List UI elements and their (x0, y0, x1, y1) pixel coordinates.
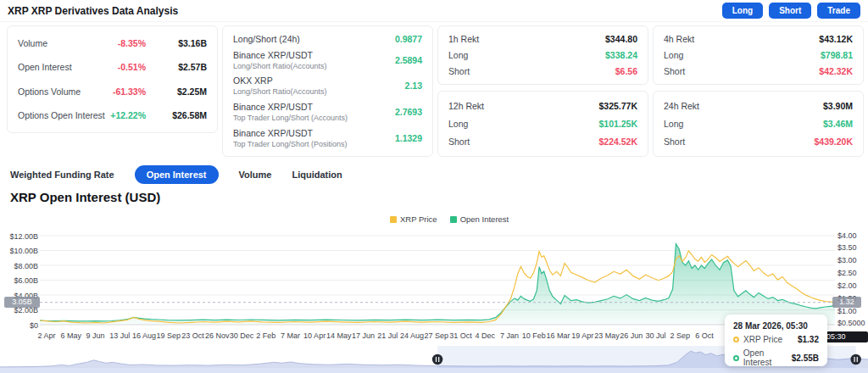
open-interest-dot-icon (733, 355, 739, 361)
rekt-title: 24h Rekt (664, 101, 699, 111)
stat-change: -61.33% (113, 86, 146, 97)
ratio-row-binance-xrp-usdt-top-trader-long-short-positions: Binance XRP/USDTTop Trader Long/Short (P… (233, 128, 422, 148)
stat-value: $26.58M (161, 110, 207, 120)
ratio-title: OKX XRP (233, 75, 405, 86)
stat-row-volume: Volume-8.35%$3.16B (18, 38, 207, 48)
y-right-tick-label: $2.00 (837, 281, 868, 290)
rekt-long-label: Long (448, 119, 468, 129)
stat-label: Options Open Interest (18, 110, 110, 120)
tooltip-series-name: XRP Price (743, 335, 782, 344)
rekt-card-12h: 12h Rekt$325.77KLong$101.25KShort$224.52… (437, 91, 648, 157)
chart-title: XRP Open Interest (USD) (10, 190, 160, 204)
rekt-card-1h: 1h Rekt$344.80Long$338.24Short$6.56 (437, 25, 648, 85)
header-actions: LongShortTrade (722, 3, 860, 19)
page-title: XRP XRP Derivatives Data Analysis (8, 5, 178, 17)
trade-button[interactable]: Trade (817, 3, 860, 19)
y-right-tick-label: $3.50 (837, 243, 868, 252)
ratio-title: Binance XRP/USDT (233, 128, 395, 138)
rekt-long-row: Long$798.81 (664, 50, 853, 60)
ratio-titles: Binance XRP/USDTTop Trader Long/Short (A… (233, 102, 395, 122)
ratio-value: 0.9877 (395, 34, 422, 44)
tooltip-series-name: Open Interest (743, 348, 792, 367)
stat-value: $3.16B (161, 38, 207, 48)
stat-row-options-volume: Options Volume-61.33%$2.25M (18, 86, 207, 97)
stat-change: +12.22% (110, 110, 146, 120)
tooltip-row-open-interest: Open Interest $2.55B (733, 348, 819, 367)
ratio-title: Binance XRP/USDT (233, 102, 395, 112)
legend-label: XRP Price (400, 214, 437, 224)
volume-stats-card: Volume-8.35%$3.16BOpen Interest-0.51%$2.… (7, 25, 218, 133)
stat-value: $2.57B (161, 62, 207, 72)
ratio-row-binance-xrp-usdt-long-short-ratio-accounts: Binance XRP/USDTLong/Short Ratio(Account… (233, 50, 422, 70)
y-right-tick-label: $2.50 (837, 269, 868, 277)
legend-item-xrp-price[interactable]: XRP Price (390, 214, 437, 224)
rekt-header-row: 12h Rekt$325.77K (448, 101, 637, 111)
navigator-handle[interactable] (432, 354, 442, 365)
tooltip-series-value: $2.55B (792, 354, 819, 363)
ratio-subtitle: Top Trader Long/Short (Accounts) (233, 114, 395, 122)
long-button[interactable]: Long (722, 3, 763, 19)
rekt-card-24h: 24h Rekt$3.90MLong$3.46MShort$439.20K (653, 91, 864, 157)
rekt-total-value: $344.80 (605, 34, 637, 44)
rekt-long-row: Long$101.25K (448, 119, 637, 129)
rekt-short-value: $6.56 (615, 66, 637, 76)
tab-open-interest[interactable]: Open Interest (135, 165, 219, 184)
rekt-long-value: $3.46M (823, 119, 853, 129)
tab-liquidation[interactable]: Liquidation (292, 170, 342, 180)
y-left-tick-label: $8.00B (2, 262, 38, 270)
rekt-title: 4h Rekt (664, 34, 694, 44)
rekt-long-label: Long (664, 50, 683, 60)
xrp-price-swatch-icon (390, 216, 397, 223)
stat-value: $2.25M (161, 86, 207, 97)
rekt-short-label: Short (448, 136, 470, 147)
chart-tabs: Weighted Funding RateOpen InterestVolume… (10, 165, 342, 184)
rekt-total-value: $325.77K (598, 101, 637, 111)
rekt-short-row: Short$224.52K (448, 136, 637, 147)
rekt-long-value: $798.81 (821, 50, 853, 60)
chart-legend: XRP Price Open Interest (390, 214, 509, 224)
y-right-tick-label: $1.00 (837, 307, 868, 315)
rekt-card-4h: 4h Rekt$43.12KLong$798.81Short$42.32K (653, 25, 864, 85)
stat-change: -0.51% (118, 62, 146, 72)
tab-weighted-funding-rate[interactable]: Weighted Funding Rate (10, 170, 114, 180)
stat-label: Volume (18, 38, 118, 48)
ratio-title: Long/Short (24h) (233, 34, 395, 44)
tooltip-date: 28 Mar 2026, 05:30 (733, 321, 819, 331)
tooltip-series-value: $1.32 (798, 335, 819, 344)
header-bar: XRP XRP Derivatives Data Analysis LongSh… (0, 0, 868, 22)
rekt-header-row: 1h Rekt$344.80 (448, 34, 637, 44)
y-right-tick-label: $3.00 (837, 256, 868, 264)
ratio-value: 2.13 (405, 81, 422, 91)
long-short-ratios-card: Long/Short (24h)0.9877Binance XRP/USDTLo… (222, 25, 433, 157)
rekt-long-row: Long$3.46M (664, 119, 853, 129)
rekt-short-value: $42.32K (819, 66, 853, 76)
y-right-tick-label: $4.00 (837, 231, 868, 240)
rekt-short-row: Short$6.56 (448, 66, 637, 76)
crosshair-right-value-badge: 1.32 (832, 297, 861, 308)
main-chart-plot[interactable] (40, 229, 835, 326)
ratio-row-long-short-24h: Long/Short (24h)0.9877 (233, 34, 422, 44)
rekt-title: 12h Rekt (448, 101, 484, 111)
rekt-short-row: Short$42.32K (664, 66, 853, 76)
derivatives-dashboard: XRP XRP Derivatives Data Analysis LongSh… (0, 0, 868, 373)
ratio-subtitle: Long/Short Ratio(Accounts) (233, 87, 405, 96)
legend-label: Open Interest (460, 214, 509, 224)
rekt-long-row: Long$338.24 (448, 50, 637, 60)
short-button[interactable]: Short (769, 3, 811, 19)
rekt-long-label: Long (664, 119, 683, 129)
rekt-title: 1h Rekt (448, 34, 479, 44)
rekt-short-label: Short (664, 66, 685, 76)
rekt-long-value: $338.24 (605, 50, 637, 60)
rekt-header-row: 24h Rekt$3.90M (664, 101, 853, 111)
rekt-long-value: $101.25K (598, 119, 637, 129)
ratio-subtitle: Long/Short Ratio(Accounts) (233, 62, 395, 70)
ratio-value: 2.7693 (395, 107, 422, 117)
navigator-handle[interactable] (850, 354, 860, 365)
xrp-price-dot-icon (733, 337, 739, 342)
stat-label: Open Interest (18, 62, 118, 72)
tab-volume[interactable]: Volume (239, 170, 272, 180)
legend-item-open-interest[interactable]: Open Interest (450, 214, 509, 224)
stat-row-options-open-interest: Options Open Interest+12.22%$26.58M (18, 110, 207, 120)
stat-change: -8.35% (118, 38, 146, 48)
stat-label: Options Volume (18, 86, 113, 97)
